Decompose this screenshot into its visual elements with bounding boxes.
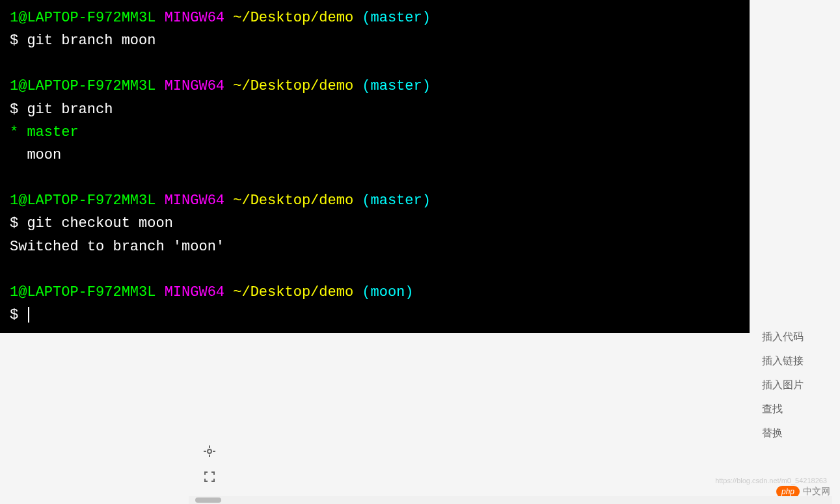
command-line: $ git branch [0,98,750,121]
shell-name: MINGW64 [165,192,224,209]
prompt-symbol: $ [10,33,27,49]
command-line: $ [0,304,750,326]
blank-line [0,166,750,189]
current-path: ~/Desktop/demo [233,10,353,26]
branch-indicator: (master) [362,78,431,94]
shell-name: MINGW64 [165,10,224,26]
prompt-symbol: $ [10,215,27,232]
output-line: * master [0,121,750,144]
blank-line [0,258,750,281]
menu-insert-code[interactable]: 插入代码 [762,325,827,349]
menu-replace[interactable]: 替换 [762,421,827,445]
user-host: 1@LAPTOP-F972MM3L [10,10,156,26]
cursor [28,307,29,323]
command-line: $ git branch moon [0,29,750,52]
command-line: $ git checkout moon [0,212,750,235]
branch-output: moon [10,147,61,163]
watermark-url: https://blog.csdn.net/m0_54218263 [715,477,827,484]
prompt-line: 1@LAPTOP-F972MM3L MINGW64 ~/Desktop/demo… [0,75,750,98]
command-text: git branch [27,101,113,118]
current-path: ~/Desktop/demo [233,78,353,94]
command-text: git checkout moon [27,215,172,232]
menu-insert-image[interactable]: 插入图片 [762,373,827,397]
output-line: Switched to branch 'moon' [0,235,750,258]
context-menu: 插入代码 插入链接 插入图片 查找 替换 [749,319,840,452]
branch-indicator: (master) [362,10,431,26]
editor-toolbar [202,444,217,484]
expand-icon[interactable] [202,469,217,484]
output-line: moon [0,144,750,166]
prompt-line: 1@LAPTOP-F972MM3L MINGW64 ~/Desktop/demo… [0,189,750,212]
svg-point-0 [208,449,211,453]
menu-find[interactable]: 查找 [762,397,827,421]
blank-line [0,52,750,75]
prompt-symbol: $ [10,101,27,118]
menu-insert-link[interactable]: 插入链接 [762,349,827,373]
branch-indicator: (master) [362,192,431,209]
command-text: git branch moon [27,33,156,49]
user-host: 1@LAPTOP-F972MM3L [10,78,156,94]
scrollbar-thumb[interactable] [195,497,221,503]
user-host: 1@LAPTOP-F972MM3L [10,192,156,209]
prompt-symbol: $ [10,307,27,323]
terminal-window[interactable]: 1@LAPTOP-F972MM3L MINGW64 ~/Desktop/demo… [0,0,750,333]
user-host: 1@LAPTOP-F972MM3L [10,284,156,300]
shell-name: MINGW64 [165,284,224,300]
prompt-line: 1@LAPTOP-F972MM3L MINGW64 ~/Desktop/demo… [0,281,750,304]
current-path: ~/Desktop/demo [233,192,353,209]
horizontal-scrollbar[interactable] [189,496,832,504]
current-branch-output: * master [10,124,79,140]
branch-indicator: (moon) [362,284,413,300]
current-path: ~/Desktop/demo [233,284,353,300]
shell-name: MINGW64 [165,78,224,94]
target-icon[interactable] [202,444,217,459]
checkout-output: Switched to branch 'moon' [10,239,224,255]
prompt-line: 1@LAPTOP-F972MM3L MINGW64 ~/Desktop/demo… [0,7,750,29]
